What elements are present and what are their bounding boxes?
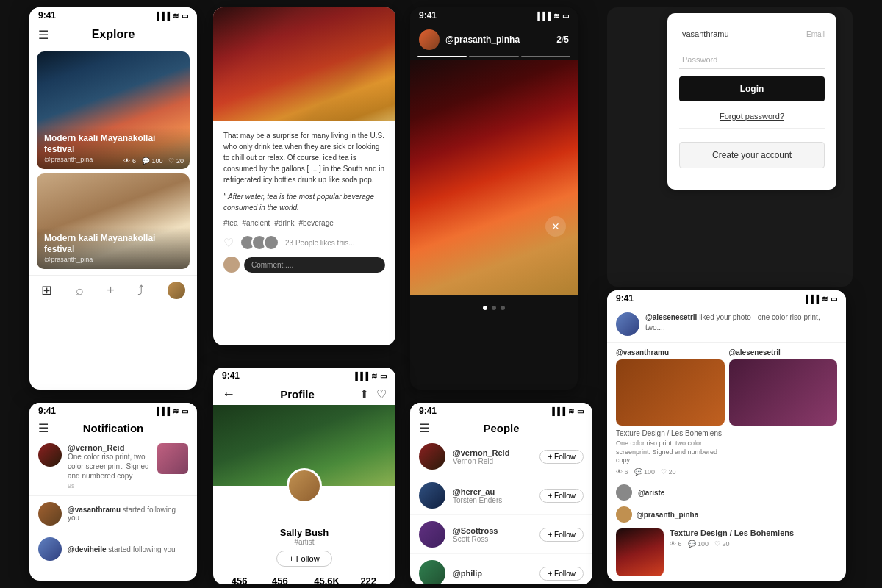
signal-icon: ▐▐▐: [803, 295, 819, 303]
activity-photo-grid: @vasanthramu Texture Design / Les Bohemi…: [607, 343, 846, 481]
people-item-2: @herer_au Torsten Enders + Follow: [410, 476, 592, 515]
progress-bar-1: [417, 56, 467, 57]
notif-item-3[interactable]: @deviheile started following you: [29, 531, 197, 567]
heart-icon[interactable]: ♡: [223, 236, 234, 250]
wifi-icon: ≋: [568, 407, 574, 415]
login-button[interactable]: Login: [679, 76, 825, 101]
profile-avatar: [287, 468, 322, 503]
follow-button-1[interactable]: + Follow: [539, 450, 584, 464]
article-body: That may be a surprise for many living i…: [213, 121, 395, 282]
notif-item-1[interactable]: @vernon_Reid One color riso print, two c…: [29, 437, 197, 496]
activity-av-4: [616, 506, 632, 523]
article-likes-row: ♡ 23 People likes this...: [223, 234, 385, 251]
story-image[interactable]: ✕: [410, 60, 578, 295]
profile-handle: #artist: [213, 538, 395, 546]
profile-panel: 9:41 ▐▐▐ ≋ ▭ ← Profile ⬆ ♡ Sally Bush #a…: [213, 368, 395, 584]
article-tags: #tea #ancient #drink #beverage: [223, 219, 385, 227]
post1-likes: ♡ 20: [661, 468, 676, 476]
likes-icon: ♡ 20: [168, 157, 184, 165]
search-nav-icon[interactable]: ⌕: [76, 283, 84, 298]
follow-button-3[interactable]: + Follow: [539, 528, 584, 542]
tag-beverage[interactable]: #beverage: [299, 219, 334, 227]
wifi-icon: ≋: [822, 295, 828, 303]
people-av-1: [419, 443, 445, 470]
people-av-4: [419, 560, 445, 584]
story-user-row: @prasanth_pinha 2/5: [410, 24, 578, 56]
people-info-1: @vernon_Reid Vernon Reid: [453, 448, 532, 465]
article-hero-image: [213, 7, 395, 121]
people-status-icons: ▐▐▐ ≋ ▭: [550, 407, 584, 415]
notif-thumb-1: [157, 443, 188, 474]
explore-card-2[interactable]: Modern kaali Mayanakollai festival @pras…: [37, 173, 190, 269]
signal-icon: ▐▐▐: [353, 372, 368, 380]
tag-drink[interactable]: #drink: [274, 219, 294, 227]
people-name-3: Scott Ross: [453, 535, 532, 543]
activity-post-2-thumb[interactable]: [616, 528, 664, 576]
story-avatar: [419, 29, 440, 50]
notif-status-icons: ▐▐▐ ≋ ▭: [154, 407, 188, 415]
notif-simple-text-2: @vasanthramu started following you: [68, 506, 188, 522]
battery-icon: ▭: [182, 407, 188, 415]
tag-ancient[interactable]: #ancient: [242, 219, 270, 227]
story-close-button[interactable]: ✕: [545, 216, 566, 237]
profile-hero: [213, 405, 395, 486]
comment-input[interactable]: Comment.....: [244, 257, 385, 273]
wifi-icon: ≋: [371, 372, 377, 380]
avatar-nav-icon[interactable]: [168, 282, 185, 299]
story-time: 9:41: [419, 10, 437, 21]
back-icon[interactable]: ←: [222, 387, 235, 402]
article-panel: That may be a surprise for many living i…: [213, 7, 395, 345]
people-handle-1: @vernon_Reid: [453, 448, 532, 457]
explore-card-1[interactable]: Modern kaali Mayanakollai festival @pras…: [37, 51, 190, 169]
people-handle-3: @Scottross: [453, 526, 532, 535]
profile-status-icons: ▐▐▐ ≋ ▭: [353, 372, 387, 380]
explore-panel: 9:41 ▐▐▐ ≋ ▭ ☰ Explore Modern kaali Maya…: [29, 7, 197, 390]
notif-status-bar: 9:41 ▐▐▐ ≋ ▭: [29, 403, 197, 419]
password-input[interactable]: [679, 51, 825, 69]
notif-av-3: [38, 537, 62, 561]
chart-nav-icon[interactable]: ⤴: [137, 283, 144, 298]
activity-post-2-stats: 👁 6 💬 100 ♡ 20: [670, 540, 837, 548]
wifi-icon: ≋: [173, 12, 179, 20]
progress-bar-3: [521, 56, 570, 57]
follow-button-2[interactable]: + Follow: [539, 489, 584, 503]
story-dots: [410, 301, 578, 315]
story-dot-3: [501, 306, 505, 310]
stat-post: 456 Post: [232, 576, 248, 584]
heart-icon[interactable]: ♡: [376, 387, 387, 401]
activity-panel: 9:41 ▐▐▐ ≋ ▭ @alesenesetril liked your p…: [607, 290, 846, 581]
explore-status-icons: ▐▐▐ ≋ ▭: [154, 12, 188, 20]
explore-time: 9:41: [38, 10, 56, 21]
liker-av-3: [263, 234, 279, 251]
signal-icon: ▐▐▐: [154, 407, 170, 415]
notif-av-2: [38, 502, 62, 526]
forgot-password-link[interactable]: Forgot password?: [720, 112, 784, 121]
activity-photo-2[interactable]: [729, 359, 838, 426]
comments-icon: 💬 100: [142, 157, 163, 165]
menu-icon[interactable]: ☰: [419, 421, 429, 435]
people-handle-4: @philip: [453, 569, 532, 578]
notif-item-2[interactable]: @vasanthramu started following you: [29, 496, 197, 531]
notif-user-1: @vernon_Reid: [68, 443, 151, 452]
activity-user-4-name: @prasanth_pinha: [637, 511, 698, 519]
grid-nav-icon[interactable]: ⊞: [41, 282, 52, 298]
people-time: 9:41: [419, 406, 437, 416]
menu-icon[interactable]: ☰: [38, 421, 49, 435]
article-quote: " After water, tea is the most popular b…: [223, 191, 385, 213]
post2-views: 👁 6: [670, 540, 682, 548]
people-status-bar: 9:41 ▐▐▐ ≋ ▭: [410, 403, 592, 419]
activity-photo-1[interactable]: [616, 359, 725, 426]
activity-post-2-detail: Texture Design / Les Bohemiens 👁 6 💬 100…: [607, 526, 846, 581]
explore-card-1-stats: 👁 6 💬 100 ♡ 20: [123, 157, 184, 165]
share-icon[interactable]: ⬆: [359, 387, 369, 401]
email-input[interactable]: [679, 25, 806, 43]
battery-icon: ▭: [380, 372, 387, 380]
add-nav-icon[interactable]: +: [107, 283, 115, 298]
explore-status-bar: 9:41 ▐▐▐ ≋ ▭: [29, 7, 197, 24]
menu-icon[interactable]: ☰: [38, 28, 49, 42]
follow-button-4[interactable]: + Follow: [539, 567, 584, 581]
profile-follow-button[interactable]: + Follow: [276, 551, 331, 567]
activity-post-2-row: @prasanth_pinha: [607, 503, 846, 526]
tag-tea[interactable]: #tea: [223, 219, 237, 227]
create-account-button[interactable]: Create your account: [679, 142, 825, 168]
